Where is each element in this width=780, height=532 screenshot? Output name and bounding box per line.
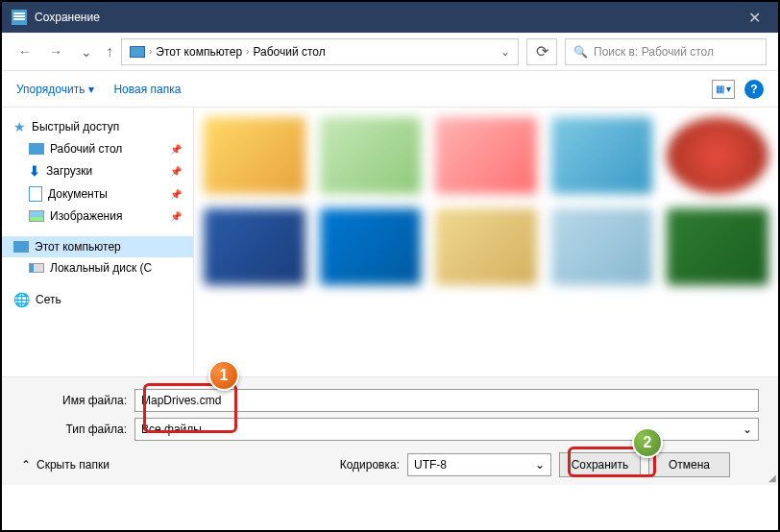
star-icon: ★ (13, 119, 26, 134)
bottom-panel: Имя файла: Тип файла: Все файлы ⌄ 1 ⌃ Ск… (2, 376, 778, 485)
file-item[interactable] (204, 208, 305, 285)
toolbar: Упорядочить ▾ Новая папка ▦ ▾ ? (2, 71, 778, 108)
desktop-icon (29, 143, 44, 155)
sidebar-desktop[interactable]: Рабочий стол 📌 (2, 138, 193, 159)
sidebar-item-label: Изображения (50, 209, 122, 223)
organize-button[interactable]: Упорядочить ▾ (16, 83, 94, 96)
encoding-select[interactable]: UTF-8 ⌄ (407, 453, 551, 476)
pc-icon (130, 46, 145, 58)
cancel-button[interactable]: Отмена (648, 452, 730, 477)
filename-input[interactable] (134, 389, 759, 412)
file-item[interactable] (551, 208, 653, 285)
encoding-label: Кодировка: (340, 458, 400, 472)
sidebar-quick-access[interactable]: ★ Быстрый доступ (2, 115, 193, 138)
back-button[interactable]: ← (13, 40, 37, 63)
view-options-button[interactable]: ▦ ▾ (712, 80, 735, 99)
navigation-bar: ← → ⌄ ↑ › Этот компьютер › Рабочий стол … (2, 33, 778, 71)
chevron-down-icon: ▾ (88, 83, 94, 96)
filetype-label: Тип файла: (21, 423, 127, 436)
pin-icon: 📌 (170, 166, 182, 177)
recent-dropdown-icon[interactable]: ⌄ (75, 40, 98, 63)
pin-icon: 📌 (170, 189, 182, 200)
search-placeholder: Поиск в: Рабочий стол (594, 45, 714, 59)
content-area: ★ Быстрый доступ Рабочий стол 📌 ⬇ Загруз… (2, 108, 778, 376)
file-item[interactable] (435, 117, 537, 194)
sidebar-item-label: Быстрый доступ (32, 120, 119, 133)
new-folder-button[interactable]: Новая папка (113, 83, 181, 96)
filetype-select[interactable]: Все файлы ⌄ (134, 418, 759, 441)
file-item[interactable] (435, 208, 537, 285)
sidebar-item-label: Рабочий стол (50, 142, 122, 156)
resize-grip[interactable]: ◢ (768, 472, 776, 483)
chevron-right-icon: › (246, 46, 249, 57)
encoding-value: UTF-8 (414, 458, 447, 472)
sidebar-this-pc[interactable]: Этот компьютер (2, 236, 193, 257)
filetype-value: Все файлы (141, 423, 202, 436)
notepad-icon (12, 10, 27, 25)
search-icon: 🔍 (573, 45, 588, 59)
pin-icon: 📌 (170, 211, 182, 222)
up-button[interactable]: ↑ (106, 43, 113, 60)
file-item[interactable] (320, 208, 422, 285)
sidebar-item-label: Документы (48, 187, 108, 201)
chevron-up-icon: ⌃ (21, 458, 31, 472)
close-icon[interactable]: ✕ (741, 9, 768, 27)
address-dropdown-icon[interactable]: ⌄ (500, 45, 510, 59)
sidebar-network[interactable]: 🌐 Сеть (2, 288, 193, 311)
file-item[interactable] (204, 117, 305, 194)
sidebar-local-disk[interactable]: Локальный диск (С (2, 257, 193, 278)
help-button[interactable]: ? (744, 80, 764, 99)
sidebar-pictures[interactable]: Изображения 📌 (2, 206, 193, 227)
sidebar-documents[interactable]: Документы 📌 (2, 182, 193, 206)
files-area[interactable] (194, 108, 778, 376)
forward-button[interactable]: → (44, 40, 67, 63)
chevron-down-icon: ⌄ (743, 423, 752, 436)
hide-folders-button[interactable]: ⌃ Скрыть папки (21, 458, 110, 472)
downloads-icon: ⬇ (29, 163, 40, 179)
filename-label: Имя файла: (21, 394, 127, 407)
callout-badge-2: 2 (632, 427, 663, 458)
documents-icon (29, 186, 42, 202)
file-item[interactable] (320, 117, 422, 194)
sidebar-downloads[interactable]: ⬇ Загрузки 📌 (2, 159, 193, 182)
file-item[interactable] (667, 117, 768, 194)
breadcrumb-segment[interactable]: Рабочий стол (253, 45, 325, 59)
organize-label: Упорядочить (16, 83, 85, 96)
pin-icon: 📌 (170, 144, 182, 155)
pictures-icon (29, 210, 44, 222)
pc-icon (13, 241, 29, 253)
save-button[interactable]: Сохранить (559, 452, 641, 477)
hide-folders-label: Скрыть папки (37, 458, 110, 472)
refresh-button[interactable]: ⟳ (526, 38, 557, 65)
disk-icon (29, 263, 44, 273)
sidebar: ★ Быстрый доступ Рабочий стол 📌 ⬇ Загруз… (2, 108, 194, 376)
sidebar-item-label: Этот компьютер (35, 240, 121, 254)
file-grid (204, 117, 768, 285)
file-item[interactable] (551, 117, 653, 194)
file-item[interactable] (667, 208, 768, 285)
address-bar[interactable]: › Этот компьютер › Рабочий стол ⌄ (121, 38, 519, 65)
search-input[interactable]: 🔍 Поиск в: Рабочий стол (565, 38, 767, 65)
titlebar: Сохранение ✕ (2, 2, 778, 33)
callout-badge-1: 1 (208, 360, 239, 391)
sidebar-item-label: Локальный диск (С (50, 261, 152, 275)
sidebar-item-label: Сеть (36, 293, 61, 306)
network-icon: 🌐 (13, 292, 30, 307)
chevron-down-icon: ⌄ (535, 458, 545, 472)
window-title: Сохранение (35, 11, 741, 24)
sidebar-item-label: Загрузки (46, 164, 92, 178)
breadcrumb-segment[interactable]: Этот компьютер (156, 45, 242, 59)
chevron-right-icon: › (149, 46, 152, 57)
